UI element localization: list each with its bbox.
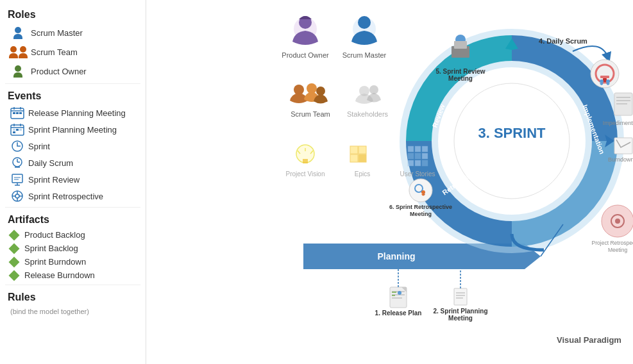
product-backlog-diamond bbox=[9, 229, 20, 240]
product-owner-icon bbox=[10, 63, 26, 79]
svg-rect-108 bbox=[408, 153, 414, 159]
svg-text:6. Sprint Retrospective: 6. Sprint Retrospective bbox=[389, 204, 452, 210]
roles-section-title: Roles bbox=[0, 5, 146, 23]
sprint-planning-icon bbox=[10, 123, 24, 136]
svg-rect-54 bbox=[454, 41, 467, 49]
svg-point-61 bbox=[421, 190, 425, 194]
svg-text:Scrum Team: Scrum Team bbox=[291, 110, 330, 118]
svg-text:Visual Paradigm: Visual Paradigm bbox=[557, 335, 621, 345]
sidebar-item-release-planning[interactable]: Release Planning Meeting bbox=[0, 104, 146, 121]
sidebar-item-scrum-team[interactable]: Scrum Team bbox=[0, 42, 146, 62]
svg-rect-20 bbox=[12, 174, 22, 183]
scrum-master-icon bbox=[10, 25, 26, 40]
sprint-backlog-diamond bbox=[9, 243, 20, 254]
release-burndown-diamond bbox=[9, 270, 20, 281]
svg-point-71 bbox=[398, 291, 401, 295]
svg-text:User Stories: User Stories bbox=[400, 170, 435, 178]
svg-text:Meeting: Meeting bbox=[608, 247, 628, 253]
svg-text:5. Sprint Review: 5. Sprint Review bbox=[435, 68, 485, 75]
svg-rect-14 bbox=[13, 131, 15, 133]
svg-point-58 bbox=[409, 179, 432, 202]
svg-rect-100 bbox=[350, 146, 358, 154]
scrum-team-icon bbox=[10, 44, 26, 60]
svg-rect-12 bbox=[16, 129, 19, 131]
svg-point-40 bbox=[600, 79, 603, 83]
svg-point-93 bbox=[369, 85, 378, 94]
main-content: Planning 3. SPRINT Review Retrospect Imp… bbox=[146, 0, 633, 364]
project-retro-label1: Project Retrospective bbox=[592, 240, 633, 246]
sidebar-item-sprint-review[interactable]: Sprint Review bbox=[0, 171, 146, 188]
daily-scrum-arc-label: 4. Daily Scrum bbox=[539, 37, 587, 45]
impediment-log-label: Impediment Log bbox=[603, 120, 633, 126]
sidebar-item-sprint-retrospective[interactable]: Sprint Retrospective bbox=[0, 188, 146, 204]
svg-rect-5 bbox=[16, 112, 19, 114]
svg-text:1. Release Plan: 1. Release Plan bbox=[375, 310, 422, 317]
sidebar-item-daily-scrum[interactable]: Daily Scrum bbox=[0, 154, 146, 171]
sprint-review-icon bbox=[10, 173, 24, 186]
svg-point-35 bbox=[454, 83, 570, 199]
svg-rect-107 bbox=[422, 146, 428, 152]
release-planning-icon bbox=[10, 106, 24, 119]
svg-rect-106 bbox=[415, 146, 421, 152]
svg-rect-113 bbox=[422, 160, 428, 166]
svg-rect-101 bbox=[359, 146, 366, 154]
events-section-title: Events bbox=[0, 87, 146, 104]
svg-rect-38 bbox=[600, 76, 609, 78]
svg-text:Stakeholders: Stakeholders bbox=[347, 110, 389, 118]
daily-scrum-icon bbox=[10, 156, 24, 169]
svg-rect-6 bbox=[19, 112, 22, 114]
svg-point-90 bbox=[316, 87, 325, 95]
sidebar-item-scrum-master[interactable]: Scrum Master bbox=[0, 23, 146, 42]
svg-point-86 bbox=[358, 16, 371, 29]
svg-rect-112 bbox=[415, 160, 421, 166]
svg-point-50 bbox=[615, 219, 620, 224]
planning-label: Planning bbox=[377, 251, 415, 261]
svg-point-26 bbox=[15, 194, 19, 198]
sidebar-item-release-burndown[interactable]: Release Burndown bbox=[0, 269, 146, 282]
artifacts-section-title: Artifacts bbox=[0, 210, 146, 228]
sprint-burndown-diamond bbox=[9, 256, 20, 267]
svg-text:Burndown...: Burndown... bbox=[608, 156, 633, 163]
sprint-diagram: Planning 3. SPRINT Review Retrospect Imp… bbox=[146, 0, 633, 364]
svg-text:Scrum Master: Scrum Master bbox=[342, 51, 387, 59]
sidebar-item-sprint-backlog[interactable]: Sprint Backlog bbox=[0, 242, 146, 255]
sidebar-item-product-backlog[interactable]: Product Backlog bbox=[0, 228, 146, 242]
svg-text:Project Vision: Project Vision bbox=[286, 170, 325, 178]
svg-text:Epics: Epics bbox=[355, 170, 370, 178]
sprint-retrospective-icon bbox=[10, 190, 24, 203]
sidebar-item-sprint-planning[interactable]: Sprint Planning Meeting bbox=[0, 121, 146, 138]
svg-rect-102 bbox=[350, 154, 358, 162]
svg-text:Product Owner: Product Owner bbox=[282, 51, 329, 59]
svg-rect-73 bbox=[454, 288, 467, 305]
sidebar: Roles Scrum Master Scrum Team bbox=[0, 0, 146, 364]
svg-text:Meeting: Meeting bbox=[410, 211, 432, 217]
svg-rect-111 bbox=[408, 160, 414, 166]
svg-rect-13 bbox=[19, 129, 22, 131]
svg-rect-105 bbox=[408, 146, 414, 152]
sidebar-item-sprint-burndown[interactable]: Sprint Burndown bbox=[0, 255, 146, 269]
rules-sub: (bind the model together) bbox=[0, 306, 146, 317]
svg-rect-109 bbox=[415, 153, 421, 159]
svg-text:2. Sprint Planning: 2. Sprint Planning bbox=[433, 308, 487, 315]
sprint-center-label: 3. SPRINT bbox=[478, 125, 546, 141]
svg-rect-11 bbox=[13, 129, 15, 131]
svg-text:Meeting: Meeting bbox=[448, 75, 473, 82]
rules-section-title: Rules bbox=[0, 288, 146, 306]
svg-rect-103 bbox=[359, 154, 366, 162]
svg-text:Meeting: Meeting bbox=[448, 315, 473, 322]
svg-rect-4 bbox=[13, 112, 15, 114]
svg-point-41 bbox=[606, 79, 610, 83]
svg-rect-110 bbox=[422, 153, 428, 159]
sprint-icon bbox=[10, 140, 24, 153]
sidebar-item-product-owner[interactable]: Product Owner bbox=[0, 62, 146, 81]
sidebar-item-sprint[interactable]: Sprint bbox=[0, 138, 146, 154]
svg-rect-64 bbox=[390, 287, 407, 308]
